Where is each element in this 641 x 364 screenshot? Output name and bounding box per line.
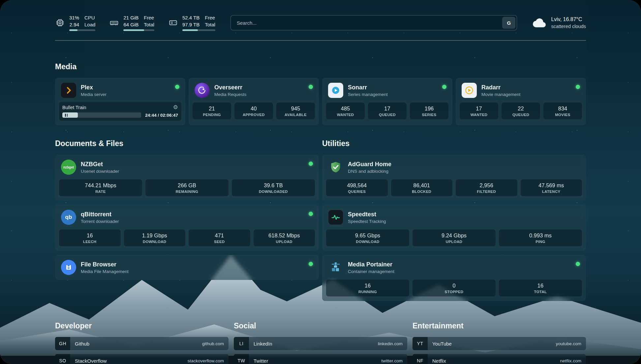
card-radarr[interactable]: Radarr Movie management 17 WANTED 22 QUE…: [456, 78, 586, 125]
qbittorrent-stat-seed: 471 SEED: [189, 229, 250, 246]
disk-total-label: Total: [205, 21, 215, 28]
stat-value: 16: [500, 283, 581, 289]
sonarr-icon: [328, 83, 343, 98]
plex-progress-track[interactable]: [62, 112, 141, 118]
cpu-icon: [55, 18, 65, 28]
cpu-readout: 31% CPU 2.94 Load: [69, 15, 95, 31]
plex-progress-fill: [62, 112, 78, 118]
disk-widget: 52.4 TB Free 97.9 TB Total: [168, 15, 215, 31]
cpu-widget: 31% CPU 2.94 Load: [55, 15, 95, 31]
adguard-name: AdGuard Home: [348, 161, 391, 168]
bookmark-netflix[interactable]: NF Netflix netflix.com: [412, 354, 586, 364]
stat-label: WANTED: [461, 113, 497, 117]
overseerr-icon: [195, 83, 210, 98]
overseerr-stat-pending: 21 PENDING: [193, 103, 231, 119]
card-sonarr[interactable]: Sonarr Series management 485 WANTED 17 Q…: [322, 78, 452, 125]
plex-now-playing: Bullet Train ⚙ 24:44 / 02:06:47: [59, 102, 181, 121]
nzbget-icon: nzbget: [61, 160, 76, 175]
bookmark-name: Github: [75, 341, 89, 347]
stat-label: DOWNLOAD: [327, 240, 408, 244]
bookmark-abbr: NF: [412, 354, 428, 364]
cpu-progress-fill: [69, 29, 77, 31]
sonarr-name: Sonarr: [348, 84, 388, 91]
card-filebrowser[interactable]: File Browser Media File Management: [55, 255, 319, 280]
stat-label: DOWNLOAD: [125, 240, 184, 244]
sonarr-subtitle: Series management: [348, 92, 388, 97]
stat-label: LEECH: [60, 240, 119, 244]
stat-value: 945: [278, 106, 314, 112]
disk-total-value: 97.9 TB: [182, 21, 199, 28]
adguard-icon: [328, 160, 343, 175]
plex-settings-gear-icon[interactable]: ⚙: [173, 105, 178, 110]
stat-value: 498,564: [327, 182, 386, 189]
section-title-utilities: Utilities: [322, 139, 586, 148]
stat-value: 196: [411, 106, 447, 112]
stat-label: APPROVED: [236, 113, 272, 117]
bookmark-twitter[interactable]: TW Twitter twitter.com: [234, 354, 407, 364]
portainer-stat-running: 16 RUNNING: [326, 280, 409, 296]
filebrowser-icon: [61, 260, 76, 275]
stat-label: PENDING: [194, 113, 230, 117]
bookmark-youtube[interactable]: YT YouTube youtube.com: [412, 337, 586, 350]
bookmark-url: github.com: [202, 341, 224, 346]
cpu-load-value: 2.94: [69, 21, 79, 28]
stat-label: BLOCKED: [392, 190, 451, 194]
card-qbittorrent[interactable]: qb qBittorrent Torrent downloader 16 LEE…: [55, 205, 319, 251]
qbittorrent-icon: qb: [61, 210, 76, 225]
radarr-icon: [462, 83, 477, 98]
memory-icon: [109, 18, 119, 28]
weather-condition: scattered clouds: [551, 23, 586, 30]
bookmark-abbr: SO: [55, 354, 70, 364]
plex-playback-time: 24:44 / 02:06:47: [145, 113, 178, 118]
dashboard-screen: 31% CPU 2.94 Load: [0, 0, 641, 364]
bookmark-abbr: TW: [234, 354, 249, 364]
cloud-icon: [532, 17, 547, 28]
card-speedtest[interactable]: Speedtest Speedtest Tracking 9.65 Gbps D…: [322, 205, 586, 251]
card-plex[interactable]: Plex Media server Bullet Train ⚙: [55, 78, 185, 125]
stat-value: 0: [414, 283, 494, 289]
sonarr-stat-queued: 17 QUEUED: [368, 103, 407, 119]
portainer-name: Media Portainer: [348, 261, 394, 268]
plex-status-dot: [175, 85, 179, 89]
card-overseerr[interactable]: Overseerr Media Requests 21 PENDING 40 A…: [189, 78, 319, 125]
card-adguard[interactable]: AdGuard Home DNS and adblocking 498,564 …: [322, 155, 586, 201]
plex-subtitle: Media server: [81, 92, 107, 97]
section-title-social: Social: [234, 321, 407, 330]
stat-label: STOPPED: [414, 290, 494, 294]
memory-total-label: Total: [144, 21, 154, 28]
bookmark-github[interactable]: GH Github github.com: [55, 337, 229, 350]
stat-value: 17: [369, 106, 405, 112]
qbittorrent-status-dot: [309, 212, 313, 216]
section-title-media: Media: [55, 62, 586, 71]
pause-icon[interactable]: [65, 114, 68, 117]
card-portainer[interactable]: Media Portainer Container management 16 …: [322, 255, 586, 301]
qbittorrent-stat-download: 1.19 Gbps DOWNLOAD: [124, 229, 186, 246]
disk-progressbar: [182, 29, 215, 31]
overseerr-stat-available: 945 AVAILABLE: [276, 103, 315, 119]
stat-value: 16: [60, 232, 119, 239]
stat-value: 2,956: [457, 182, 516, 189]
nzbget-stat-downloaded: 39.6 TB DOWNLOADED: [232, 179, 315, 196]
stat-value: 0.993 ms: [500, 232, 581, 239]
nzbget-stat-remaining: 266 GB REMAINING: [145, 179, 229, 196]
memory-readout: 21 GiB Free 64 GiB Total: [123, 15, 154, 31]
bookmark-linkedin[interactable]: LI LinkedIn linkedin.com: [234, 337, 407, 350]
search-input[interactable]: [232, 20, 503, 26]
stat-value: 21: [194, 106, 230, 112]
stat-value: 834: [545, 106, 581, 112]
stat-label: FILTERED: [457, 190, 516, 194]
radarr-stat-wanted: 17 WANTED: [460, 103, 498, 119]
portainer-subtitle: Container management: [348, 269, 394, 274]
portainer-status-dot: [576, 262, 580, 266]
adguard-subtitle: DNS and adblocking: [348, 169, 391, 174]
card-nzbget[interactable]: nzbget NZBGet Usenet downloader 744.21 M…: [55, 155, 319, 201]
disk-free-label: Free: [205, 15, 215, 21]
stat-value: 40: [236, 106, 272, 112]
speedtest-name: Speedtest: [348, 211, 386, 218]
search-provider-button[interactable]: G: [502, 17, 515, 29]
portainer-icon: [328, 260, 343, 275]
bookmark-name: LinkedIn: [254, 341, 272, 347]
stat-label: UPLOAD: [255, 240, 314, 244]
bookmark-name: Twitter: [254, 358, 268, 364]
bookmark-stackoverflow[interactable]: SO StackOverflow stackoverflow.com: [55, 354, 229, 364]
